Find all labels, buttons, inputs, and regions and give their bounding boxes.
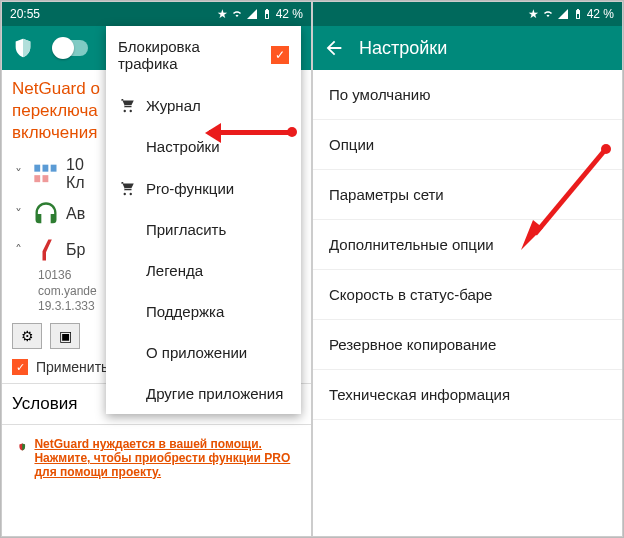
page-title: Настройки — [359, 38, 447, 59]
settings-item-default[interactable]: По умолчанию — [313, 70, 622, 120]
overflow-menu: Блокировка трафика ✓ Журнал Настройки Pr… — [106, 26, 301, 414]
apps-icon — [32, 160, 60, 188]
svg-point-7 — [124, 193, 126, 195]
status-bar: 20:55 ★ 42 % — [2, 2, 311, 26]
chevron-down-icon: ˅ — [10, 206, 26, 222]
menu-label: Легенда — [146, 262, 203, 279]
svg-rect-3 — [34, 175, 40, 182]
back-arrow-icon[interactable] — [323, 37, 345, 59]
menu-pro[interactable]: Pro-функции — [106, 167, 301, 209]
settings-item-backup[interactable]: Резервное копирование — [313, 320, 622, 370]
menu-journal[interactable]: Журнал — [106, 84, 301, 126]
menu-label: Блокировка трафика — [118, 38, 261, 72]
phone-right: ★ 42 % Настройки По умолчанию Опции Пара… — [312, 1, 623, 537]
menu-block-traffic[interactable]: Блокировка трафика ✓ — [106, 26, 301, 84]
status-icons: ★ 42 % — [217, 7, 303, 21]
app-label: Бр — [66, 241, 85, 259]
status-bar: ★ 42 % — [313, 2, 622, 26]
svg-line-9 — [535, 150, 605, 234]
svg-point-5 — [124, 110, 126, 112]
svg-point-8 — [130, 193, 132, 195]
star-icon: ★ — [217, 7, 228, 21]
signal-icon — [246, 8, 258, 20]
chevron-up-icon: ˄ — [10, 242, 26, 258]
menu-label: Пригласить — [146, 221, 226, 238]
menu-invite[interactable]: Пригласить — [106, 209, 301, 250]
cart-icon — [118, 96, 136, 114]
shield-color-icon — [18, 437, 26, 457]
help-text: NetGuard нуждается в вашей помощи. Нажми… — [34, 437, 295, 479]
menu-legend[interactable]: Легенда — [106, 250, 301, 291]
menu-other-apps[interactable]: Другие приложения — [106, 373, 301, 414]
battery-icon — [572, 8, 584, 20]
menu-label: Журнал — [146, 97, 201, 114]
svg-point-6 — [130, 110, 132, 112]
wifi-icon — [542, 8, 554, 20]
phone-left: 20:55 ★ 42 % NetGuard о переключа включе… — [1, 1, 312, 537]
battery-icon — [261, 8, 273, 20]
svg-point-11 — [601, 144, 611, 154]
wifi-icon — [231, 8, 243, 20]
svg-rect-4 — [43, 175, 49, 182]
headset-icon — [32, 200, 60, 228]
shield-icon — [12, 37, 34, 59]
annotation-arrow — [209, 130, 291, 135]
chevron-down-icon: ˅ — [10, 166, 26, 182]
svg-rect-0 — [34, 165, 40, 172]
star-icon: ★ — [528, 7, 539, 21]
help-banner[interactable]: NetGuard нуждается в вашей помощи. Нажми… — [10, 429, 303, 487]
annotation-arrow — [513, 142, 613, 252]
menu-support[interactable]: Поддержка — [106, 291, 301, 332]
battery-percent: 42 % — [587, 7, 614, 21]
status-time: 20:55 — [10, 7, 40, 21]
signal-icon — [557, 8, 569, 20]
divider — [2, 424, 311, 425]
battery-percent: 42 % — [276, 7, 303, 21]
launch-button[interactable]: ▣ — [50, 323, 80, 349]
svg-rect-1 — [43, 165, 49, 172]
checkbox-checked-icon: ✓ — [12, 359, 28, 375]
app-label: 10 Кл — [66, 156, 85, 192]
menu-label: Поддержка — [146, 303, 224, 320]
app-label: Ав — [66, 205, 85, 223]
menu-label: Другие приложения — [146, 385, 283, 402]
toolbar-right: Настройки — [313, 26, 622, 70]
settings-item-speed[interactable]: Скорость в статус-баре — [313, 270, 622, 320]
settings-button[interactable]: ⚙ — [12, 323, 42, 349]
checkbox-checked-icon: ✓ — [271, 46, 289, 64]
cart-icon — [118, 179, 136, 197]
status-icons: ★ 42 % — [528, 7, 614, 21]
yandex-icon — [32, 236, 60, 264]
menu-label: Pro-функции — [146, 180, 234, 197]
master-toggle[interactable] — [54, 40, 88, 56]
menu-about[interactable]: О приложении — [106, 332, 301, 373]
svg-rect-2 — [51, 165, 57, 172]
settings-item-tech[interactable]: Техническая информация — [313, 370, 622, 420]
menu-label: О приложении — [146, 344, 247, 361]
